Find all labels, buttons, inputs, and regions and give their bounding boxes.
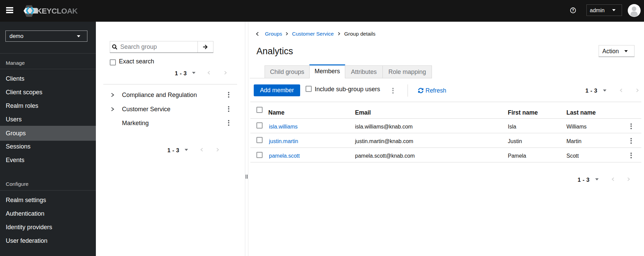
svg-text:?: ? xyxy=(572,8,574,12)
